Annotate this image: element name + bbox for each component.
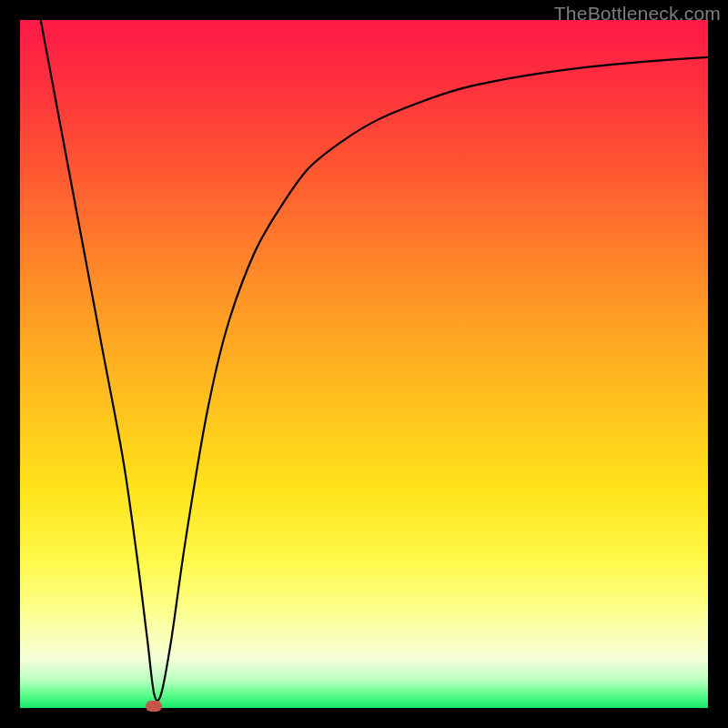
marker-dot	[146, 701, 162, 712]
watermark-text: TheBottleneck.com	[554, 3, 721, 25]
chart-frame	[20, 20, 708, 708]
bottleneck-curve	[20, 20, 708, 708]
